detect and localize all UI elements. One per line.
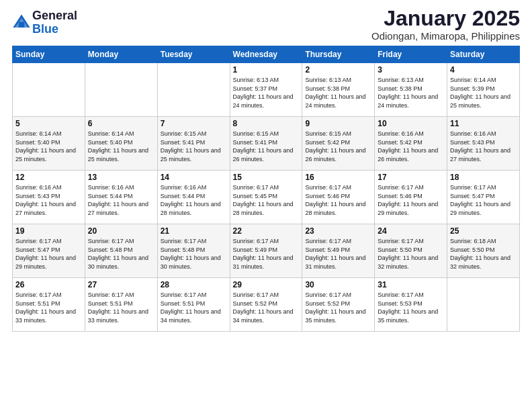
day-number: 20 bbox=[88, 226, 154, 236]
day-info: Sunrise: 6:15 AMSunset: 5:42 PMDaylight:… bbox=[305, 130, 371, 163]
calendar-cell: 21Sunrise: 6:17 AMSunset: 5:48 PMDayligh… bbox=[157, 224, 230, 278]
calendar-table: SundayMondayTuesdayWednesdayThursdayFrid… bbox=[12, 46, 520, 332]
day-info: Sunrise: 6:13 AMSunset: 5:37 PMDaylight:… bbox=[233, 76, 300, 109]
day-number: 9 bbox=[305, 119, 371, 128]
day-number: 12 bbox=[15, 173, 82, 182]
day-number: 26 bbox=[15, 280, 82, 289]
day-info: Sunrise: 6:17 AMSunset: 5:46 PMDaylight:… bbox=[378, 183, 444, 217]
weekday-header: Sunday bbox=[13, 46, 85, 63]
day-info: Sunrise: 6:13 AMSunset: 5:38 PMDaylight:… bbox=[305, 76, 371, 109]
calendar-cell bbox=[85, 63, 157, 117]
calendar-cell: 17Sunrise: 6:17 AMSunset: 5:46 PMDayligh… bbox=[375, 171, 447, 224]
day-info: Sunrise: 6:17 AMSunset: 5:46 PMDaylight:… bbox=[305, 183, 371, 217]
day-info: Sunrise: 6:17 AMSunset: 5:51 PMDaylight:… bbox=[161, 291, 227, 324]
day-number: 18 bbox=[450, 173, 517, 182]
day-number: 11 bbox=[450, 119, 517, 128]
day-number: 28 bbox=[161, 280, 227, 289]
calendar-cell: 27Sunrise: 6:17 AMSunset: 5:51 PMDayligh… bbox=[85, 278, 157, 332]
day-number: 1 bbox=[233, 65, 300, 75]
day-number: 22 bbox=[233, 226, 300, 236]
calendar-cell: 13Sunrise: 6:16 AMSunset: 5:44 PMDayligh… bbox=[85, 171, 157, 224]
calendar-cell: 6Sunrise: 6:14 AMSunset: 5:40 PMDaylight… bbox=[85, 117, 157, 171]
calendar-header: SundayMondayTuesdayWednesdayThursdayFrid… bbox=[13, 46, 520, 63]
day-number: 21 bbox=[161, 226, 227, 236]
logo-blue: Blue bbox=[32, 23, 77, 36]
day-number: 30 bbox=[305, 280, 371, 289]
day-info: Sunrise: 6:14 AMSunset: 5:40 PMDaylight:… bbox=[88, 130, 154, 163]
weekday-header: Monday bbox=[85, 46, 157, 63]
calendar-cell: 24Sunrise: 6:17 AMSunset: 5:50 PMDayligh… bbox=[375, 224, 447, 278]
day-info: Sunrise: 6:17 AMSunset: 5:51 PMDaylight:… bbox=[15, 291, 82, 324]
day-info: Sunrise: 6:15 AMSunset: 5:41 PMDaylight:… bbox=[161, 130, 227, 163]
day-number: 2 bbox=[305, 65, 371, 75]
day-info: Sunrise: 6:17 AMSunset: 5:48 PMDaylight:… bbox=[88, 237, 154, 271]
calendar-week-row: 1Sunrise: 6:13 AMSunset: 5:37 PMDaylight… bbox=[13, 63, 520, 117]
day-number: 3 bbox=[378, 65, 444, 75]
day-info: Sunrise: 6:16 AMSunset: 5:44 PMDaylight:… bbox=[161, 183, 227, 217]
svg-rect-2 bbox=[19, 21, 24, 27]
day-number: 27 bbox=[88, 280, 154, 289]
day-info: Sunrise: 6:17 AMSunset: 5:45 PMDaylight:… bbox=[233, 183, 300, 217]
day-info: Sunrise: 6:17 AMSunset: 5:48 PMDaylight:… bbox=[161, 237, 227, 271]
calendar-cell: 15Sunrise: 6:17 AMSunset: 5:45 PMDayligh… bbox=[230, 171, 302, 224]
calendar-cell: 26Sunrise: 6:17 AMSunset: 5:51 PMDayligh… bbox=[13, 278, 85, 332]
month-title: January 2025 bbox=[371, 7, 520, 30]
calendar-cell: 23Sunrise: 6:17 AMSunset: 5:49 PMDayligh… bbox=[302, 224, 375, 278]
day-number: 7 bbox=[161, 119, 227, 128]
day-number: 23 bbox=[305, 226, 371, 236]
calendar-cell: 7Sunrise: 6:15 AMSunset: 5:41 PMDaylight… bbox=[157, 117, 230, 171]
header: General Blue January 2025 Odiongan, Mima… bbox=[12, 7, 520, 42]
day-number: 10 bbox=[378, 119, 444, 128]
title-area: January 2025 Odiongan, Mimaropa, Philipp… bbox=[371, 7, 520, 42]
day-number: 4 bbox=[450, 65, 517, 75]
weekday-header-row: SundayMondayTuesdayWednesdayThursdayFrid… bbox=[13, 46, 520, 63]
day-info: Sunrise: 6:15 AMSunset: 5:41 PMDaylight:… bbox=[233, 130, 300, 163]
day-number: 24 bbox=[378, 226, 444, 236]
day-info: Sunrise: 6:16 AMSunset: 5:42 PMDaylight:… bbox=[378, 130, 444, 163]
day-info: Sunrise: 6:18 AMSunset: 5:50 PMDaylight:… bbox=[450, 237, 517, 271]
calendar-cell: 9Sunrise: 6:15 AMSunset: 5:42 PMDaylight… bbox=[302, 117, 375, 171]
day-info: Sunrise: 6:17 AMSunset: 5:47 PMDaylight:… bbox=[450, 183, 517, 217]
calendar-cell: 28Sunrise: 6:17 AMSunset: 5:51 PMDayligh… bbox=[157, 278, 230, 332]
calendar-cell: 30Sunrise: 6:17 AMSunset: 5:52 PMDayligh… bbox=[302, 278, 375, 332]
day-info: Sunrise: 6:17 AMSunset: 5:51 PMDaylight:… bbox=[88, 291, 154, 324]
calendar-cell: 19Sunrise: 6:17 AMSunset: 5:47 PMDayligh… bbox=[13, 224, 85, 278]
calendar-week-row: 5Sunrise: 6:14 AMSunset: 5:40 PMDaylight… bbox=[13, 117, 520, 171]
day-info: Sunrise: 6:16 AMSunset: 5:43 PMDaylight:… bbox=[450, 130, 517, 163]
calendar-body: 1Sunrise: 6:13 AMSunset: 5:37 PMDaylight… bbox=[13, 63, 520, 332]
calendar-cell: 8Sunrise: 6:15 AMSunset: 5:41 PMDaylight… bbox=[230, 117, 302, 171]
calendar-week-row: 12Sunrise: 6:16 AMSunset: 5:43 PMDayligh… bbox=[13, 171, 520, 224]
calendar-cell: 2Sunrise: 6:13 AMSunset: 5:38 PMDaylight… bbox=[302, 63, 375, 117]
day-number: 5 bbox=[15, 119, 82, 128]
logo-text: General Blue bbox=[32, 9, 77, 36]
day-info: Sunrise: 6:14 AMSunset: 5:39 PMDaylight:… bbox=[450, 76, 517, 109]
day-number: 25 bbox=[450, 226, 517, 236]
calendar-cell: 20Sunrise: 6:17 AMSunset: 5:48 PMDayligh… bbox=[85, 224, 157, 278]
day-number: 29 bbox=[233, 280, 300, 289]
day-number: 31 bbox=[378, 280, 444, 289]
calendar-cell: 14Sunrise: 6:16 AMSunset: 5:44 PMDayligh… bbox=[157, 171, 230, 224]
calendar-cell: 5Sunrise: 6:14 AMSunset: 5:40 PMDaylight… bbox=[13, 117, 85, 171]
day-info: Sunrise: 6:16 AMSunset: 5:43 PMDaylight:… bbox=[15, 183, 82, 217]
calendar-cell: 3Sunrise: 6:13 AMSunset: 5:38 PMDaylight… bbox=[375, 63, 447, 117]
calendar-week-row: 19Sunrise: 6:17 AMSunset: 5:47 PMDayligh… bbox=[13, 224, 520, 278]
calendar-cell: 25Sunrise: 6:18 AMSunset: 5:50 PMDayligh… bbox=[447, 224, 520, 278]
calendar-cell bbox=[157, 63, 230, 117]
day-number: 14 bbox=[161, 173, 227, 182]
day-number: 16 bbox=[305, 173, 371, 182]
calendar-cell: 18Sunrise: 6:17 AMSunset: 5:47 PMDayligh… bbox=[447, 171, 520, 224]
day-number: 19 bbox=[15, 226, 82, 236]
day-number: 15 bbox=[233, 173, 300, 182]
day-number: 13 bbox=[88, 173, 154, 182]
location-title: Odiongan, Mimaropa, Philippines bbox=[371, 30, 520, 42]
day-info: Sunrise: 6:17 AMSunset: 5:49 PMDaylight:… bbox=[305, 237, 371, 271]
day-info: Sunrise: 6:17 AMSunset: 5:50 PMDaylight:… bbox=[378, 237, 444, 271]
calendar-cell bbox=[447, 278, 520, 332]
day-info: Sunrise: 6:13 AMSunset: 5:38 PMDaylight:… bbox=[378, 76, 444, 109]
weekday-header: Wednesday bbox=[230, 46, 302, 63]
calendar-cell: 10Sunrise: 6:16 AMSunset: 5:42 PMDayligh… bbox=[375, 117, 447, 171]
calendar-cell: 12Sunrise: 6:16 AMSunset: 5:43 PMDayligh… bbox=[13, 171, 85, 224]
calendar-cell: 11Sunrise: 6:16 AMSunset: 5:43 PMDayligh… bbox=[447, 117, 520, 171]
day-info: Sunrise: 6:17 AMSunset: 5:52 PMDaylight:… bbox=[233, 291, 300, 324]
day-info: Sunrise: 6:17 AMSunset: 5:53 PMDaylight:… bbox=[378, 291, 444, 324]
